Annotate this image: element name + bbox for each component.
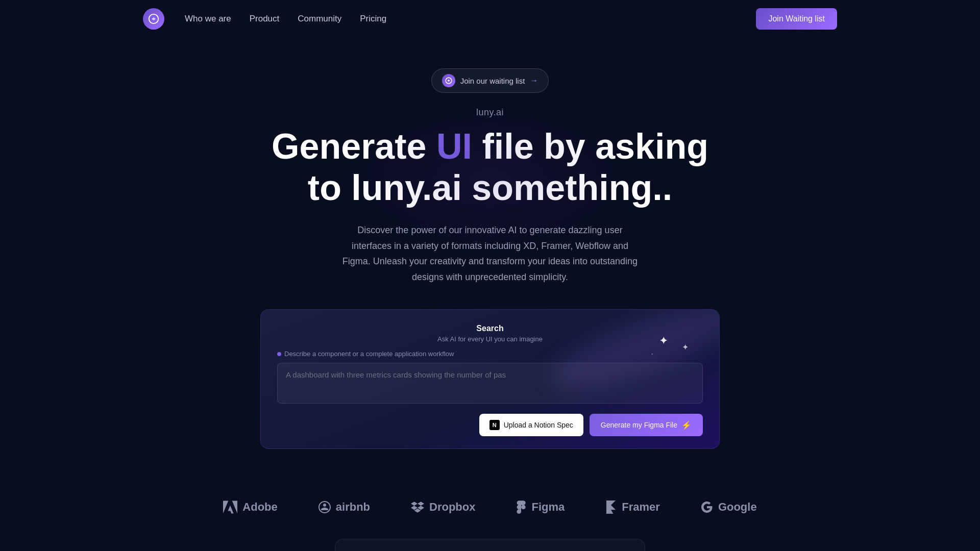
hero-description: Discover the power of our innovative AI …	[342, 222, 638, 285]
sparkle-small-icon: •	[651, 352, 653, 356]
logo-figma: Figma	[516, 500, 565, 514]
logo-framer: Framer	[605, 500, 660, 514]
logo-icon	[143, 8, 164, 30]
sparkle-large-icon: ✦	[659, 334, 668, 347]
upload-btn-label: Upload a Notion Spec	[504, 421, 573, 429]
search-box: ✦ ✦ • Search Ask AI for every UI you can…	[260, 309, 720, 449]
bottom-preview-card	[335, 539, 645, 551]
search-input[interactable]	[277, 363, 703, 404]
hero-title-highlight: UI	[436, 127, 472, 166]
hero-title-part1: Generate	[272, 127, 436, 166]
airbnb-label: airbnb	[336, 500, 370, 514]
logo[interactable]	[143, 8, 164, 30]
search-hint-text: Describe a component or a complete appli…	[284, 350, 454, 358]
hero-section: Join our waiting list → luny.ai Generate…	[0, 38, 980, 469]
search-label: Search	[277, 324, 703, 333]
pill-label: Join our waiting list	[460, 77, 525, 85]
generate-figma-file-button[interactable]: Generate my Figma File ⚡	[590, 414, 703, 436]
hero-title: Generate UI file by asking to luny.ai so…	[265, 126, 715, 208]
logos-section: Adobe airbnb Dropbox Figma Framer	[0, 469, 980, 539]
sparkle-medium-icon: ✦	[682, 342, 689, 352]
figma-label: Figma	[531, 500, 565, 514]
hint-dot-icon	[277, 352, 281, 356]
pill-arrow-icon: →	[530, 76, 538, 85]
brand-name: luny.ai	[476, 107, 504, 118]
search-hint: Describe a component or a complete appli…	[277, 350, 703, 358]
adobe-label: Adobe	[242, 500, 277, 514]
framer-label: Framer	[622, 500, 660, 514]
nav-left: Who we are Product Community Pricing	[143, 8, 386, 30]
navbar: Who we are Product Community Pricing Joi…	[0, 0, 980, 38]
logo-google: Google	[701, 500, 757, 514]
logo-dropbox: Dropbox	[411, 500, 475, 514]
search-sublabel: Ask AI for every UI you can imagine	[277, 335, 703, 343]
logo-adobe: Adobe	[223, 500, 277, 514]
waiting-list-pill[interactable]: Join our waiting list →	[431, 68, 549, 93]
google-label: Google	[718, 500, 757, 514]
generate-lightning-icon: ⚡	[681, 420, 692, 430]
search-actions: N Upload a Notion Spec Generate my Figma…	[277, 414, 703, 436]
join-waiting-list-button[interactable]: Join Waiting list	[756, 8, 837, 30]
pill-logo-icon	[442, 74, 455, 87]
nav-links: Who we are Product Community Pricing	[185, 14, 386, 24]
nav-item-community[interactable]: Community	[298, 14, 341, 24]
upload-notion-spec-button[interactable]: N Upload a Notion Spec	[479, 414, 583, 436]
nav-item-who-we-are[interactable]: Who we are	[185, 14, 231, 24]
generate-btn-label: Generate my Figma File	[601, 421, 677, 429]
logo-airbnb: airbnb	[318, 500, 370, 514]
nav-item-product[interactable]: Product	[250, 14, 280, 24]
nav-item-pricing[interactable]: Pricing	[360, 14, 386, 24]
dropbox-label: Dropbox	[429, 500, 475, 514]
notion-icon: N	[489, 420, 500, 430]
